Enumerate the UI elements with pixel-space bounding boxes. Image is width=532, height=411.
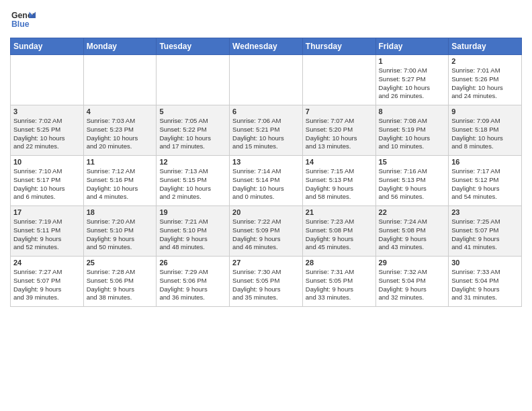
- calendar-cell: 22Sunrise: 7:24 AMSunset: 5:08 PMDayligh…: [375, 206, 449, 257]
- day-number: 13: [232, 158, 300, 166]
- day-number: 23: [451, 208, 519, 216]
- day-info: Sunrise: 7:33 AMSunset: 5:04 PMDaylight:…: [451, 268, 519, 302]
- day-number: 24: [13, 259, 81, 267]
- day-info: Sunrise: 7:27 AMSunset: 5:07 PMDaylight:…: [13, 268, 81, 302]
- day-number: 2: [451, 57, 519, 65]
- calendar-cell: 2Sunrise: 7:01 AMSunset: 5:26 PMDaylight…: [449, 55, 522, 105]
- calendar-cell: 12Sunrise: 7:13 AMSunset: 5:15 PMDayligh…: [157, 156, 230, 206]
- day-info: Sunrise: 7:19 AMSunset: 5:11 PMDaylight:…: [13, 218, 81, 252]
- calendar-week: 24Sunrise: 7:27 AMSunset: 5:07 PMDayligh…: [11, 257, 522, 307]
- calendar: SundayMondayTuesdayWednesdayThursdayFrid…: [10, 38, 522, 307]
- calendar-cell: 27Sunrise: 7:30 AMSunset: 5:05 PMDayligh…: [230, 257, 303, 307]
- logo-icon: General Blue: [10, 7, 36, 32]
- day-info: Sunrise: 7:29 AMSunset: 5:06 PMDaylight:…: [159, 268, 226, 302]
- day-number: 21: [306, 208, 373, 216]
- day-info: Sunrise: 7:22 AMSunset: 5:09 PMDaylight:…: [232, 218, 300, 252]
- header: General Blue: [10, 7, 522, 32]
- day-number: 1: [379, 57, 446, 65]
- day-info: Sunrise: 7:14 AMSunset: 5:14 PMDaylight:…: [232, 167, 300, 201]
- calendar-cell: 19Sunrise: 7:21 AMSunset: 5:10 PMDayligh…: [157, 206, 230, 257]
- calendar-cell: 28Sunrise: 7:31 AMSunset: 5:05 PMDayligh…: [302, 257, 375, 307]
- day-info: Sunrise: 7:21 AMSunset: 5:10 PMDaylight:…: [159, 218, 226, 252]
- day-number: 28: [306, 259, 373, 267]
- day-number: 3: [13, 107, 81, 116]
- calendar-cell: 26Sunrise: 7:29 AMSunset: 5:06 PMDayligh…: [157, 257, 230, 307]
- calendar-cell: 23Sunrise: 7:25 AMSunset: 5:07 PMDayligh…: [449, 206, 522, 257]
- day-info: Sunrise: 7:00 AMSunset: 5:27 PMDaylight:…: [379, 66, 446, 101]
- day-info: Sunrise: 7:30 AMSunset: 5:05 PMDaylight:…: [232, 268, 300, 302]
- weekday-header: Thursday: [302, 38, 375, 55]
- day-number: 10: [13, 158, 81, 166]
- calendar-cell: 11Sunrise: 7:12 AMSunset: 5:16 PMDayligh…: [83, 156, 157, 206]
- day-info: Sunrise: 7:05 AMSunset: 5:22 PMDaylight:…: [159, 117, 226, 151]
- calendar-cell: 17Sunrise: 7:19 AMSunset: 5:11 PMDayligh…: [11, 206, 84, 257]
- day-number: 5: [159, 107, 226, 116]
- calendar-cell: 9Sunrise: 7:09 AMSunset: 5:18 PMDaylight…: [449, 105, 522, 156]
- day-info: Sunrise: 7:31 AMSunset: 5:05 PMDaylight:…: [306, 268, 373, 302]
- day-number: 11: [87, 158, 154, 166]
- calendar-cell: 16Sunrise: 7:17 AMSunset: 5:12 PMDayligh…: [449, 156, 522, 206]
- calendar-cell: 1Sunrise: 7:00 AMSunset: 5:27 PMDaylight…: [375, 55, 449, 105]
- calendar-cell: [230, 55, 303, 105]
- day-number: 25: [87, 259, 154, 267]
- day-info: Sunrise: 7:32 AMSunset: 5:04 PMDaylight:…: [379, 268, 446, 302]
- calendar-cell: 10Sunrise: 7:10 AMSunset: 5:17 PMDayligh…: [11, 156, 84, 206]
- day-number: 16: [451, 158, 519, 166]
- day-info: Sunrise: 7:07 AMSunset: 5:20 PMDaylight:…: [306, 117, 373, 151]
- day-info: Sunrise: 7:13 AMSunset: 5:15 PMDaylight:…: [159, 167, 226, 201]
- svg-text:Blue: Blue: [11, 19, 30, 29]
- calendar-body: 1Sunrise: 7:00 AMSunset: 5:27 PMDaylight…: [11, 55, 522, 307]
- calendar-cell: 13Sunrise: 7:14 AMSunset: 5:14 PMDayligh…: [230, 156, 303, 206]
- calendar-week: 3Sunrise: 7:02 AMSunset: 5:25 PMDaylight…: [11, 105, 522, 156]
- calendar-cell: [157, 55, 230, 105]
- weekday-header: Tuesday: [157, 38, 230, 55]
- calendar-cell: 4Sunrise: 7:03 AMSunset: 5:23 PMDaylight…: [83, 105, 157, 156]
- calendar-cell: 14Sunrise: 7:15 AMSunset: 5:13 PMDayligh…: [302, 156, 375, 206]
- calendar-cell: 20Sunrise: 7:22 AMSunset: 5:09 PMDayligh…: [230, 206, 303, 257]
- day-number: 7: [306, 107, 373, 116]
- weekday-header: Friday: [375, 38, 449, 55]
- calendar-cell: [83, 55, 157, 105]
- calendar-cell: 18Sunrise: 7:20 AMSunset: 5:10 PMDayligh…: [83, 206, 157, 257]
- day-number: 14: [306, 158, 373, 166]
- calendar-cell: 15Sunrise: 7:16 AMSunset: 5:13 PMDayligh…: [375, 156, 449, 206]
- day-info: Sunrise: 7:03 AMSunset: 5:23 PMDaylight:…: [87, 117, 154, 151]
- day-info: Sunrise: 7:25 AMSunset: 5:07 PMDaylight:…: [451, 218, 519, 252]
- day-info: Sunrise: 7:15 AMSunset: 5:13 PMDaylight:…: [306, 167, 373, 201]
- calendar-week: 1Sunrise: 7:00 AMSunset: 5:27 PMDaylight…: [11, 55, 522, 105]
- weekday-header: Sunday: [11, 38, 84, 55]
- calendar-cell: 3Sunrise: 7:02 AMSunset: 5:25 PMDaylight…: [11, 105, 84, 156]
- day-number: 19: [159, 208, 226, 216]
- day-number: 20: [232, 208, 300, 216]
- day-number: 6: [232, 107, 300, 116]
- calendar-cell: 24Sunrise: 7:27 AMSunset: 5:07 PMDayligh…: [11, 257, 84, 307]
- calendar-cell: 5Sunrise: 7:05 AMSunset: 5:22 PMDaylight…: [157, 105, 230, 156]
- day-number: 4: [87, 107, 154, 116]
- day-info: Sunrise: 7:12 AMSunset: 5:16 PMDaylight:…: [87, 167, 154, 201]
- day-info: Sunrise: 7:02 AMSunset: 5:25 PMDaylight:…: [13, 117, 81, 151]
- day-number: 22: [379, 208, 446, 216]
- calendar-cell: 25Sunrise: 7:28 AMSunset: 5:06 PMDayligh…: [83, 257, 157, 307]
- weekday-header: Saturday: [449, 38, 522, 55]
- day-number: 8: [379, 107, 446, 116]
- day-number: 12: [159, 158, 226, 166]
- calendar-cell: 7Sunrise: 7:07 AMSunset: 5:20 PMDaylight…: [302, 105, 375, 156]
- day-number: 30: [451, 259, 519, 267]
- day-info: Sunrise: 7:17 AMSunset: 5:12 PMDaylight:…: [451, 167, 519, 201]
- day-number: 18: [87, 208, 154, 216]
- calendar-cell: 6Sunrise: 7:06 AMSunset: 5:21 PMDaylight…: [230, 105, 303, 156]
- day-info: Sunrise: 7:08 AMSunset: 5:19 PMDaylight:…: [379, 117, 446, 151]
- day-info: Sunrise: 7:24 AMSunset: 5:08 PMDaylight:…: [379, 218, 446, 252]
- day-info: Sunrise: 7:10 AMSunset: 5:17 PMDaylight:…: [13, 167, 81, 201]
- day-number: 27: [232, 259, 300, 267]
- day-number: 9: [451, 107, 519, 116]
- day-info: Sunrise: 7:16 AMSunset: 5:13 PMDaylight:…: [379, 167, 446, 201]
- day-number: 29: [379, 259, 446, 267]
- calendar-header: SundayMondayTuesdayWednesdayThursdayFrid…: [11, 38, 522, 55]
- calendar-cell: 8Sunrise: 7:08 AMSunset: 5:19 PMDaylight…: [375, 105, 449, 156]
- weekday-header: Wednesday: [230, 38, 303, 55]
- calendar-cell: 21Sunrise: 7:23 AMSunset: 5:08 PMDayligh…: [302, 206, 375, 257]
- weekday-row: SundayMondayTuesdayWednesdayThursdayFrid…: [11, 38, 522, 55]
- page: General Blue SundayMondayTuesdayWednesda…: [0, 0, 532, 411]
- day-number: 15: [379, 158, 446, 166]
